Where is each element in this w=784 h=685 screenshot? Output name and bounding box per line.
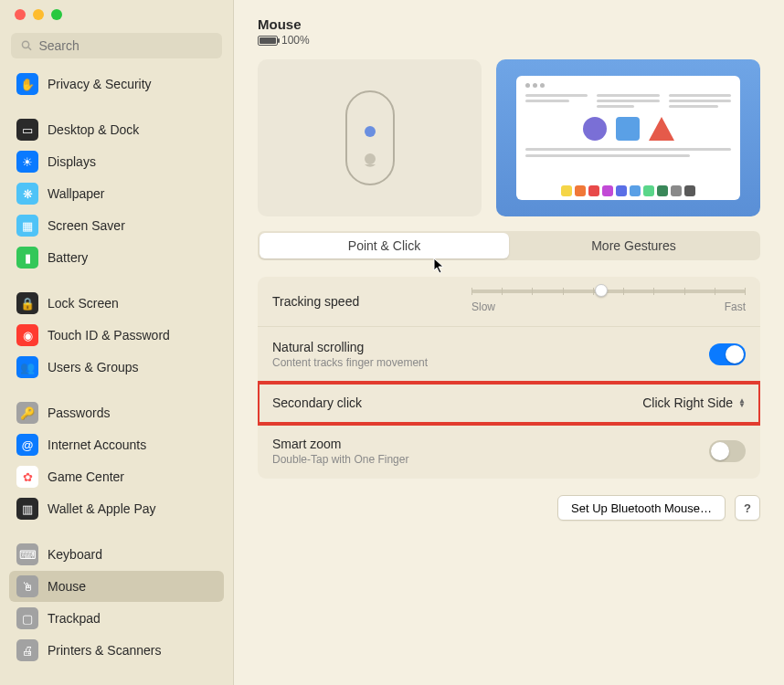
window-mock [516,76,740,200]
printer-icon: 🖨 [16,639,38,661]
wallpaper-icon: ❋ [16,183,38,205]
sidebar-item-printers-scanners[interactable]: 🖨Printers & Scanners [9,635,224,666]
maximize-window[interactable] [51,9,62,20]
sidebar-item-label: Keyboard [48,547,102,562]
dock-app-icon [588,185,599,196]
smart-zoom-sub: Double-Tap with One Finger [272,453,408,466]
sidebar-item-label: Displays [48,154,96,169]
users-icon: 👥 [16,356,38,378]
battery-percent: 100% [281,34,310,47]
gamecenter-icon: ✿ [16,466,38,488]
sidebar-item-screen-saver[interactable]: ▦Screen Saver [9,210,224,241]
mouse-preview [258,59,482,216]
natural-scrolling-row: Natural scrolling Content tracks finger … [258,327,760,383]
sidebar-item-label: Privacy & Security [48,77,152,91]
dock-app-icon [657,185,668,196]
mouse-outline-icon [343,88,397,188]
shape-circle-icon [583,117,607,141]
svg-point-0 [22,41,28,47]
close-window[interactable] [15,9,26,20]
sidebar-item-wallet-apple-pay[interactable]: ▥Wallet & Apple Pay [9,493,224,524]
natural-scrolling-sub: Content tracks finger movement [272,356,428,369]
slider-slow-label: Slow [471,300,495,313]
keyboard-icon: ⌨ [16,543,38,565]
secondary-click-label: Secondary click [272,395,362,410]
natural-scrolling-label: Natural scrolling [272,340,428,354]
sidebar-item-passwords[interactable]: 🔑Passwords [9,397,224,428]
sidebar-item-label: Game Center [48,469,124,484]
battery-icon [258,36,278,46]
tab-point-click[interactable]: Point & Click [260,233,509,258]
dock-icon: ▭ [16,119,38,141]
sidebar-item-users-groups[interactable]: 👥Users & Groups [9,352,224,383]
lock-icon: 🔒 [16,292,38,314]
smart-zoom-toggle[interactable] [709,440,746,462]
sidebar-item-label: Wallpaper [48,186,105,201]
sidebar-item-label: Printers & Scanners [48,643,162,658]
dock-app-icon [602,185,613,196]
sidebar-item-label: Users & Groups [48,360,139,374]
sidebar-item-trackpad[interactable]: ▢Trackpad [9,603,224,634]
sidebar-item-label: Mouse [48,579,86,594]
tab-more-gestures[interactable]: More Gestures [509,233,758,258]
secondary-click-row: Secondary click Click Right Side ▲▼ [258,383,760,424]
dock-preview [525,182,731,196]
sidebar: ✋Privacy & Security▭Desktop & Dock☀Displ… [0,0,234,685]
sidebar-item-label: Wallet & Apple Pay [48,501,156,516]
sidebar-item-label: Passwords [48,406,110,420]
preview-row [258,59,760,216]
hand-icon: ✋ [16,73,38,95]
natural-scrolling-toggle[interactable] [709,343,746,365]
sidebar-item-label: Screen Saver [48,218,125,233]
svg-point-3 [365,126,376,137]
sidebar-item-touch-id-password[interactable]: ◉Touch ID & Password [9,320,224,351]
dock-app-icon [684,185,695,196]
dock-app-icon [575,185,586,196]
sidebar-item-game-center[interactable]: ✿Game Center [9,461,224,492]
sidebar-item-privacy-security[interactable]: ✋Privacy & Security [9,68,224,100]
displays-icon: ☀ [16,151,38,173]
chevron-updown-icon: ▲▼ [738,398,746,407]
setup-bluetooth-mouse-button[interactable]: Set Up Bluetooth Mouse… [557,495,726,521]
screensaver-icon: ▦ [16,215,38,237]
trackpad-icon: ▢ [16,607,38,629]
dock-app-icon [616,185,627,196]
search-icon [20,38,33,53]
sidebar-item-mouse[interactable]: 🖱Mouse [9,571,224,602]
svg-line-1 [28,47,31,50]
minimize-window[interactable] [33,9,44,20]
sidebar-item-desktop-dock[interactable]: ▭Desktop & Dock [9,114,224,145]
sidebar-item-battery[interactable]: ▮Battery [9,242,224,273]
window-controls [0,9,233,33]
smart-zoom-label: Smart zoom [272,437,408,451]
tab-bar: Point & Click More Gestures [258,231,760,260]
sidebar-item-internet-accounts[interactable]: @Internet Accounts [9,429,224,460]
help-button[interactable]: ? [735,495,760,521]
tracking-speed-row: Tracking speed Slow Fast [258,277,760,327]
tracking-speed-slider[interactable]: Slow Fast [471,290,746,313]
slider-fast-label: Fast [725,300,746,313]
settings-group: Tracking speed Slow Fast [258,277,760,479]
mouse-icon: 🖱 [16,575,38,597]
at-icon: @ [16,434,38,456]
secondary-click-select[interactable]: Click Right Side ▲▼ [642,395,746,410]
touchid-icon: ◉ [16,324,38,346]
battery-icon: ▮ [16,247,38,269]
sidebar-item-label: Touch ID & Password [48,328,170,342]
search-box[interactable] [11,33,222,58]
footer-buttons: Set Up Bluetooth Mouse… ? [258,495,760,521]
shape-square-icon [616,117,640,141]
page-title: Mouse [258,16,760,32]
sidebar-nav: ✋Privacy & Security▭Desktop & Dock☀Displ… [0,68,233,685]
shape-triangle-icon [649,117,674,141]
sidebar-item-lock-screen[interactable]: 🔒Lock Screen [9,288,224,319]
sidebar-item-displays[interactable]: ☀Displays [9,146,224,177]
sidebar-item-wallpaper[interactable]: ❋Wallpaper [9,178,224,209]
key-icon: 🔑 [16,402,38,424]
sidebar-item-label: Lock Screen [48,296,119,311]
smart-zoom-row: Smart zoom Double-Tap with One Finger [258,424,760,479]
search-input[interactable] [38,38,213,53]
sidebar-item-keyboard[interactable]: ⌨Keyboard [9,539,224,570]
content-pane: Mouse 100% [234,0,784,685]
sidebar-item-label: Battery [48,250,88,265]
